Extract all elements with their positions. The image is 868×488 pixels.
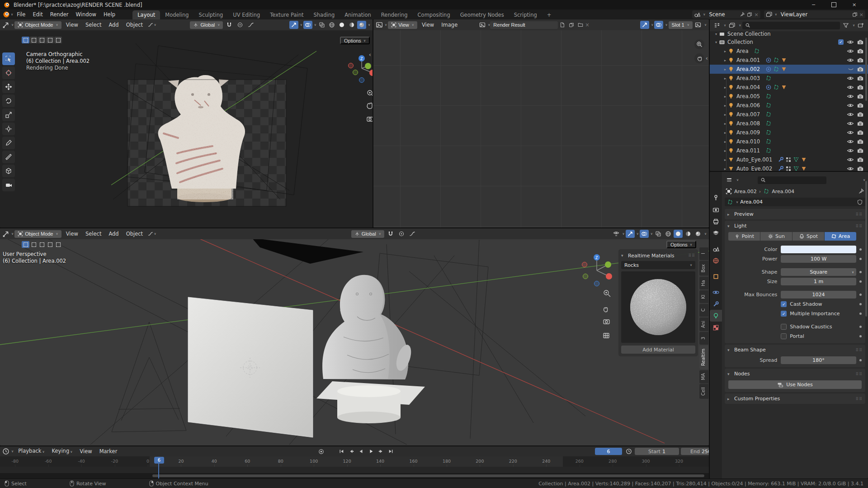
properties-tab-physics[interactable] xyxy=(710,286,722,298)
editor-type-icon[interactable] xyxy=(725,176,734,184)
start-frame-field[interactable]: Start1 xyxy=(635,448,679,455)
viewport-camera[interactable]: Z ∨ Object Mode∨ ViewSelectAddObject ∨ G… xyxy=(0,19,373,227)
menubar-item-render[interactable]: Render xyxy=(47,9,72,19)
hide-viewport-icon[interactable] xyxy=(847,39,854,45)
jump-to-end-button[interactable] xyxy=(387,448,395,455)
scene-collection-row[interactable]: ▾ Scene Collection xyxy=(710,31,868,38)
light-panel-header[interactable]: ▾Light⠿⠿ xyxy=(725,221,865,231)
sidebar-tab-ha[interactable]: Ha xyxy=(699,277,708,289)
expand-arrow-icon[interactable]: ▸ xyxy=(722,113,728,117)
shading-material-button[interactable] xyxy=(684,230,693,238)
expand-arrow-icon[interactable]: ▸ xyxy=(722,85,728,90)
realtime-materials-header[interactable]: ▾Realtime Materials⠿⠿ xyxy=(621,251,695,260)
render-visibility-icon[interactable] xyxy=(857,129,863,136)
workspace-tab-geometry-nodes[interactable]: Geometry Nodes xyxy=(455,10,509,19)
render-visibility-icon[interactable] xyxy=(857,75,863,81)
menu-playback[interactable]: Playback∨ xyxy=(14,446,48,457)
outliner-row-area-008[interactable]: ▸Area.008 xyxy=(710,119,868,128)
render-visibility-icon[interactable] xyxy=(857,93,863,99)
use-preview-range-icon[interactable] xyxy=(626,448,632,455)
max-bounces-field[interactable]: 1024 xyxy=(781,291,856,298)
new-collection-icon[interactable] xyxy=(856,21,865,29)
pan-hand-icon[interactable] xyxy=(694,53,704,63)
image-editor-canvas[interactable] xyxy=(373,30,709,227)
render-visibility-icon[interactable] xyxy=(857,84,863,90)
menu-keying[interactable]: Keying∨ xyxy=(48,446,76,457)
size-field[interactable]: 1 m xyxy=(781,278,856,285)
object-name[interactable]: Auto_Eye.002 xyxy=(736,166,772,171)
outliner-row-area-004[interactable]: ▸Area.004 xyxy=(710,83,868,92)
select-intersect-button[interactable] xyxy=(54,241,62,248)
minimize-button[interactable]: ─ xyxy=(803,0,824,9)
render-visibility-icon[interactable] xyxy=(857,120,863,127)
hide-viewport-icon[interactable] xyxy=(847,166,854,171)
select-extend-button[interactable] xyxy=(38,241,46,248)
expand-arrow-icon[interactable]: ▸ xyxy=(722,131,728,135)
shading-solid-button[interactable] xyxy=(337,21,346,29)
image-mode-dropdown[interactable]: View∨ xyxy=(388,21,417,29)
editor-type-icon[interactable] xyxy=(2,230,9,237)
new-image-icon[interactable] xyxy=(558,21,567,29)
hide-viewport-icon[interactable] xyxy=(847,138,854,145)
proportional-edit-toggle[interactable] xyxy=(236,21,245,29)
breadcrumb-data[interactable]: Area.004 xyxy=(772,189,794,194)
browse-image-icon[interactable] xyxy=(478,21,487,29)
hide-viewport-icon[interactable] xyxy=(847,75,854,81)
tool-scale[interactable] xyxy=(2,109,15,121)
properties-tab-view-layer[interactable] xyxy=(710,227,722,239)
select-extend-button[interactable] xyxy=(38,37,46,43)
tool-annotate[interactable] xyxy=(2,137,15,149)
workspace-tab-[interactable]: + xyxy=(542,10,557,19)
timeline-track[interactable] xyxy=(0,467,709,473)
hide-viewport-icon[interactable] xyxy=(847,147,854,154)
select-tweak-button[interactable] xyxy=(22,37,29,43)
display-channels-icon[interactable] xyxy=(693,21,703,29)
maximize-button[interactable] xyxy=(824,0,844,9)
workspace-tab-shading[interactable]: Shading xyxy=(309,10,340,19)
expand-arrow-icon[interactable]: ▸ xyxy=(722,140,728,144)
render-visibility-icon[interactable] xyxy=(857,111,863,118)
sidebar-tab-i[interactable]: I xyxy=(699,247,708,260)
menu-marker[interactable]: Marker xyxy=(96,446,121,456)
sidebar-tab-3[interactable]: 3 xyxy=(699,332,708,345)
object-name[interactable]: Area.003 xyxy=(736,75,760,81)
light-type-point[interactable]: Point xyxy=(728,232,760,241)
xray-toggle[interactable] xyxy=(317,21,326,29)
properties-tab-constraints[interactable] xyxy=(710,298,722,310)
show-overlays-toggle[interactable] xyxy=(303,21,312,29)
image-datablock[interactable]: Render Result xyxy=(490,21,558,29)
properties-editor[interactable]: ∨ ∨ Area.002 › Area.004 ∨ Area.004 xyxy=(710,172,868,479)
hide-viewport-icon[interactable] xyxy=(847,102,854,109)
preview-panel-header[interactable]: ▸Preview⠿⠿ xyxy=(725,209,865,219)
object-name[interactable]: Area.005 xyxy=(736,93,760,99)
proportional-edit-toggle[interactable] xyxy=(397,230,406,238)
select-tweak-button[interactable] xyxy=(22,241,29,248)
jump-to-start-button[interactable] xyxy=(337,448,345,455)
play-button[interactable] xyxy=(367,448,375,455)
object-name[interactable]: Area.007 xyxy=(736,111,760,118)
next-keyframe-button[interactable] xyxy=(377,448,385,455)
outliner-row-area-001[interactable]: ▸Area.001 xyxy=(710,56,868,65)
object-name[interactable]: Area xyxy=(736,48,748,54)
overlays-toggle[interactable] xyxy=(654,21,663,29)
shading-solid-button[interactable] xyxy=(674,230,683,238)
hide-viewport-icon[interactable] xyxy=(847,120,854,127)
sidebar-tab-cell[interactable]: Cell xyxy=(699,384,708,399)
sidebar-tab-ani[interactable]: Ani xyxy=(699,317,708,331)
menu-add[interactable]: Add xyxy=(105,20,122,30)
interaction-dropdown[interactable]: ∨ xyxy=(147,230,156,238)
breadcrumb-object[interactable]: Area.002 xyxy=(734,189,757,194)
workspace-tab-scripting[interactable]: Scripting xyxy=(509,10,542,19)
workspace-tab-compositing[interactable]: Compositing xyxy=(413,10,455,19)
xray-toggle[interactable] xyxy=(654,230,663,238)
shading-wireframe-button[interactable] xyxy=(664,230,673,238)
outliner-search[interactable] xyxy=(742,22,840,29)
menu-object[interactable]: Object xyxy=(123,229,146,239)
sidebar-tab-kl[interactable]: Kl xyxy=(699,290,708,303)
properties-search[interactable] xyxy=(758,176,826,184)
expand-arrow-icon[interactable]: ▸ xyxy=(722,167,728,171)
menu-object[interactable]: Object xyxy=(123,20,146,30)
light-type-spot[interactable]: Spot xyxy=(793,232,824,241)
expand-arrow-icon[interactable]: ▸ xyxy=(722,122,728,126)
timeline[interactable]: ∨ Playback∨Keying∨ViewMarker 6 Start1 xyxy=(0,446,709,479)
